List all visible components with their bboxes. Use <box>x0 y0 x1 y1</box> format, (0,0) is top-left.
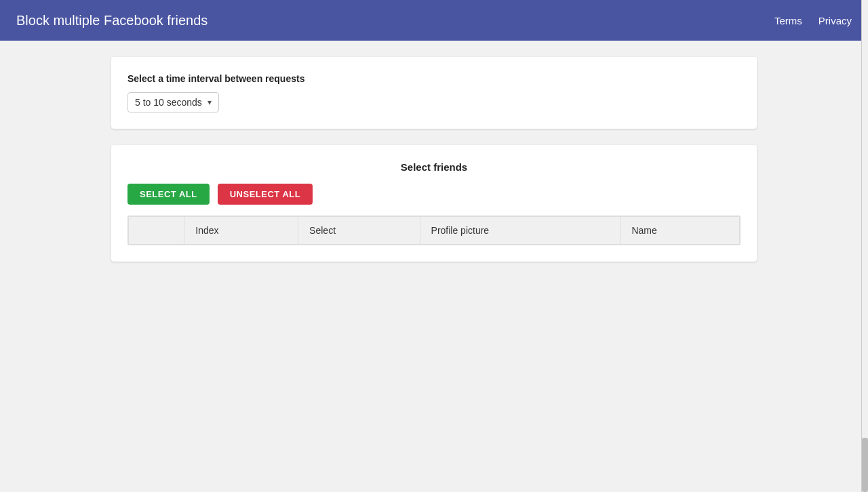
col-index: Index <box>184 217 298 245</box>
privacy-link[interactable]: Privacy <box>818 15 852 26</box>
col-profile-picture: Profile picture <box>420 217 620 245</box>
app-title: Block multiple Facebook friends <box>16 13 208 28</box>
scrollbar[interactable] <box>861 0 868 492</box>
time-interval-dropdown[interactable]: 5 to 10 seconds ▾ <box>127 92 219 112</box>
app-header: Block multiple Facebook friends Terms Pr… <box>0 0 868 41</box>
time-interval-card: Select a time interval between requests … <box>111 57 757 129</box>
table-header-row: Index Select Profile picture Name <box>129 217 740 245</box>
col-select: Select <box>298 217 420 245</box>
unselect-all-button[interactable]: UNSELECT ALL <box>218 184 313 205</box>
friends-section-title: Select friends <box>127 161 741 173</box>
friends-table: Index Select Profile picture Name <box>128 216 740 245</box>
select-all-button[interactable]: SELECT ALL <box>127 184 210 205</box>
dropdown-arrow-icon: ▾ <box>208 98 212 107</box>
terms-link[interactable]: Terms <box>774 15 802 26</box>
col-name: Name <box>620 217 740 245</box>
friends-button-row: SELECT ALL UNSELECT ALL <box>127 184 741 205</box>
friends-card: Select friends SELECT ALL UNSELECT ALL I… <box>111 145 757 262</box>
scrollbar-thumb[interactable] <box>862 438 868 492</box>
main-content: Select a time interval between requests … <box>95 41 773 294</box>
time-interval-value: 5 to 10 seconds <box>135 97 202 108</box>
time-interval-label: Select a time interval between requests <box>127 73 741 84</box>
header-nav: Terms Privacy <box>774 15 852 26</box>
col-empty <box>129 217 184 245</box>
friends-table-wrapper: Index Select Profile picture Name <box>127 216 741 245</box>
friends-table-head: Index Select Profile picture Name <box>129 217 740 245</box>
